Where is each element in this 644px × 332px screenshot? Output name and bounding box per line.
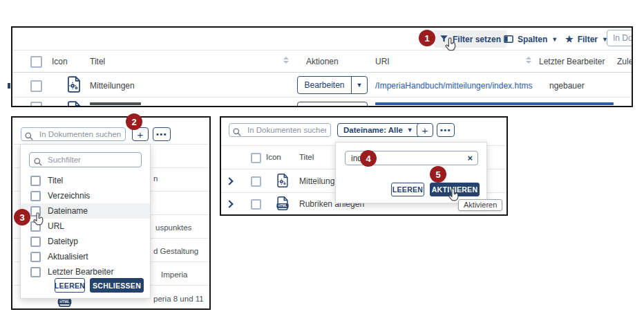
- checkbox[interactable]: [30, 267, 41, 277]
- column-header-uri[interactable]: URI: [375, 57, 390, 66]
- more-options-button[interactable]: •••: [437, 123, 455, 137]
- filter-favorites-button[interactable]: ★ Filter ▼: [560, 30, 614, 48]
- step-badge-4: 4: [360, 150, 377, 167]
- columns-icon: [504, 35, 513, 44]
- suchfilter-input[interactable]: [29, 152, 142, 167]
- filter-picker-panel: + ••• 2 n uspunktes d Gestaltung Imperia…: [11, 116, 211, 310]
- search-icon: [25, 131, 33, 143]
- checkbox[interactable]: [30, 176, 41, 186]
- bearbeiten-label: Bearbeiten: [298, 80, 351, 90]
- spalten-button[interactable]: Spalten ▼: [498, 30, 563, 48]
- step-badge-2: 2: [126, 113, 142, 130]
- search-icon: [233, 127, 241, 139]
- background-row-fragment: d Gestaltung: [153, 247, 198, 255]
- row-titel[interactable]: Mitteilung: [299, 176, 334, 186]
- filter-setzen-label: Filter setzen: [453, 35, 501, 44]
- star-icon: ★: [565, 35, 574, 44]
- screenshot-canvas: 1 Filter setzen Spalten ▼ ★ Filter ▼ Ico…: [0, 0, 644, 332]
- background-row-fragment: Imperia: [161, 270, 187, 279]
- step-badge-3: 3: [14, 209, 30, 225]
- add-filter-button[interactable]: +: [417, 123, 433, 137]
- row-checkbox[interactable]: [251, 176, 261, 187]
- clipped-text-fragment: [90, 102, 141, 105]
- row-checkbox[interactable]: [251, 199, 261, 210]
- filter-option-titel[interactable]: Titel: [21, 173, 150, 188]
- filter-option-dateityp[interactable]: Dateityp: [21, 234, 150, 249]
- filter-option-aktualisiert[interactable]: Aktualisiert: [21, 249, 150, 264]
- suchfilter-dropdown: Titel Verzeichnis Dateiname URL Dateityp…: [20, 144, 151, 299]
- expand-row-icon[interactable]: [225, 200, 233, 208]
- filter-option-letzter-bearbeiter[interactable]: Letzter Bearbeiter: [21, 264, 150, 279]
- svg-text:HTML: HTML: [59, 299, 70, 304]
- row-checkbox[interactable]: [30, 102, 42, 107]
- checkbox[interactable]: [30, 252, 41, 262]
- clipped-link-fragment: [375, 102, 614, 105]
- hand-cursor-icon: [32, 212, 45, 230]
- column-header-icon[interactable]: Icon: [52, 57, 68, 66]
- bearbeiten-split-button[interactable]: [297, 102, 368, 107]
- spalten-label: Spalten: [518, 35, 547, 44]
- dateiname-filter-chip[interactable]: Dateiname: Alle ▼ ×: [337, 123, 428, 137]
- column-header-aktionen[interactable]: Aktionen: [306, 57, 339, 66]
- select-all-checkbox[interactable]: [30, 56, 42, 68]
- background-row-fragment: uspunktes: [155, 223, 191, 232]
- documents-search-input[interactable]: [607, 30, 633, 46]
- sort-icon[interactable]: [283, 57, 289, 64]
- leeren-button[interactable]: LEEREN: [55, 278, 85, 293]
- chevron-down-icon: ▼: [551, 36, 558, 43]
- clear-input-icon[interactable]: ×: [467, 154, 473, 163]
- hand-cursor-icon: [444, 37, 457, 55]
- row-uri-link[interactable]: /ImperiaHandbuch/mitteilungen/index.htms: [375, 81, 532, 91]
- documents-table-panel: 1 Filter setzen Spalten ▼ ★ Filter ▼ Ico…: [11, 26, 633, 107]
- document-gear-icon: [65, 75, 83, 96]
- column-header-titel[interactable]: Titel: [90, 57, 105, 66]
- checkbox[interactable]: [30, 237, 41, 247]
- checkbox[interactable]: [30, 191, 41, 201]
- step-badge-5: 5: [430, 166, 446, 183]
- filter-label: Filter: [578, 35, 598, 44]
- search-icon: [34, 156, 42, 169]
- column-header-titel[interactable]: Titel: [299, 153, 314, 161]
- document-icon: [65, 100, 83, 107]
- aktivieren-tooltip: Aktivieren: [458, 199, 502, 211]
- chevron-down-icon[interactable]: ▼: [407, 127, 413, 133]
- background-row-fragment: peria 8 und 11: [153, 295, 204, 303]
- column-header-letzter-bearbeiter[interactable]: Letzter Bearbeiter: [539, 57, 605, 66]
- chip-label: Dateiname: Alle: [343, 126, 403, 134]
- filter-value-dropdown: × 4 LEEREN AKTIVIEREN 5: [335, 142, 487, 203]
- bearbeiten-split-button[interactable]: Bearbeiten ▼: [297, 76, 368, 94]
- column-header-icon[interactable]: Icon: [266, 153, 281, 161]
- schliessen-button[interactable]: SCHLIESSEN: [90, 278, 144, 293]
- bearbeiten-menu-toggle[interactable]: ▼: [351, 77, 367, 93]
- in-dokumenten-suchen-input[interactable]: [21, 127, 126, 141]
- active-filter-panel: Dateiname: Alle ▼ × + ••• Icon Titel Mit…: [220, 116, 508, 216]
- background-row-fragment: n: [153, 174, 158, 183]
- row-letzter-bearbeiter: ngebauer: [549, 81, 585, 91]
- expand-row-icon[interactable]: [225, 177, 233, 185]
- step-badge-1: 1: [419, 30, 435, 46]
- svg-text:HTML: HTML: [278, 204, 287, 208]
- sort-icon[interactable]: [526, 57, 531, 64]
- select-all-checkbox[interactable]: [251, 153, 261, 163]
- more-options-button[interactable]: •••: [153, 127, 171, 141]
- document-gear-icon: [275, 173, 290, 191]
- clipped-row-marker: [8, 83, 10, 89]
- html-document-icon: HTML: [275, 196, 290, 214]
- column-header-zuletzt[interactable]: Zulet: [617, 57, 633, 66]
- row-checkbox[interactable]: [30, 80, 42, 92]
- filter-option-verzeichnis[interactable]: Verzeichnis: [21, 188, 150, 203]
- row-titel[interactable]: Mitteilungen: [90, 81, 135, 91]
- leeren-button[interactable]: LEEREN: [391, 183, 424, 196]
- in-dokumenten-suchen-input[interactable]: [229, 123, 331, 137]
